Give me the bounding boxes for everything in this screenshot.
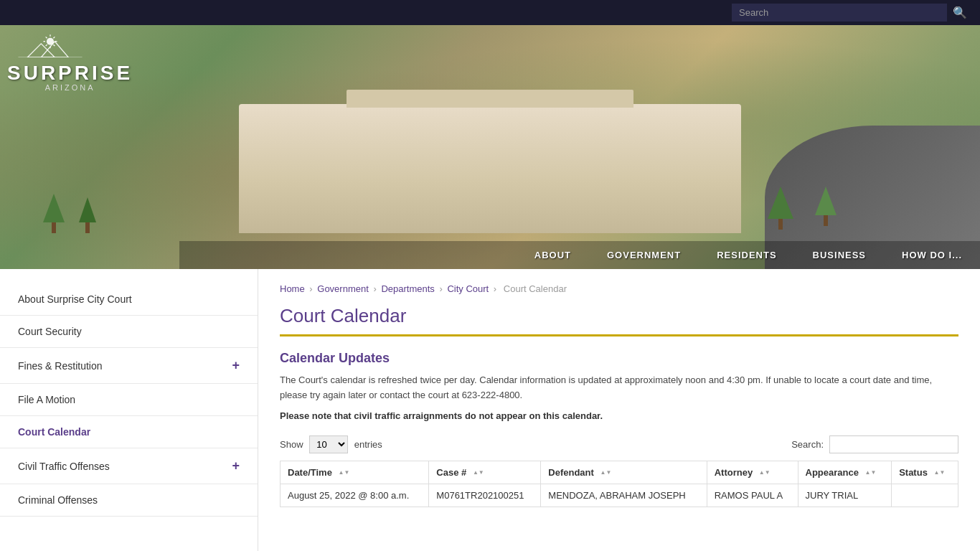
col-case: Case # ▲▼ [429, 461, 541, 484]
search-input[interactable] [732, 4, 947, 22]
tree-decoration [79, 197, 96, 233]
court-calendar-table: Date/Time ▲▼ Case # ▲▼ Defendant ▲▼ Atto… [280, 461, 958, 507]
calendar-description: The Court's calendar is refreshed twice … [280, 373, 958, 403]
breadcrumb-current: Court Calendar [504, 283, 567, 294]
table-header-row: Date/Time ▲▼ Case # ▲▼ Defendant ▲▼ Atto… [281, 461, 958, 484]
show-entries-control: Show 10 25 50 100 entries [280, 435, 382, 453]
section-title: Calendar Updates [280, 351, 958, 366]
col-status: Status ▲▼ [892, 461, 958, 484]
table-body: August 25, 2022 @ 8:00 a.m.M0761TR202100… [281, 484, 958, 507]
search-button[interactable]: 🔍 [947, 2, 973, 23]
sort-arrows[interactable]: ▲▼ [865, 470, 877, 476]
table-search-control: Search: [791, 435, 958, 453]
search-label: Search: [791, 439, 824, 450]
main-layout: About Surprise City Court Court Security… [0, 269, 980, 551]
svg-line-7 [46, 44, 47, 46]
table-row: August 25, 2022 @ 8:00 a.m.M0761TR202100… [281, 484, 958, 507]
main-nav: ABOUT GOVERNMENT RESIDENTS BUSINESS HOW … [179, 241, 980, 269]
nav-item-business[interactable]: BUSINESS [795, 241, 884, 269]
col-datetime: Date/Time ▲▼ [281, 461, 429, 484]
sidebar-item-fines[interactable]: Fines & Restitution + [0, 348, 258, 384]
breadcrumb-city-court[interactable]: City Court [447, 283, 489, 294]
tree-decoration [43, 194, 65, 233]
sidebar-item-motion[interactable]: File A Motion [0, 384, 258, 416]
table-search-input[interactable] [829, 435, 958, 453]
breadcrumb: Home › Government › Departments › City C… [280, 283, 958, 294]
svg-marker-10 [41, 42, 68, 57]
table-controls: Show 10 25 50 100 entries Search: [280, 435, 958, 453]
sidebar-item-criminal[interactable]: Criminal Offenses [0, 484, 258, 517]
tree-decoration [768, 187, 793, 230]
logo-icon [7, 32, 93, 57]
logo-city: SURPRISE [7, 63, 133, 83]
col-defendant: Defendant ▲▼ [541, 461, 707, 484]
sort-arrows[interactable]: ▲▼ [933, 470, 945, 476]
col-appearance: Appearance ▲▼ [798, 461, 892, 484]
hero-building [239, 104, 741, 233]
svg-line-6 [53, 44, 55, 46]
sidebar-item-civil[interactable]: Civil Traffic Offenses + [0, 448, 258, 484]
calendar-note: Please note that civil traffic arraignme… [280, 410, 958, 421]
nav-item-about[interactable]: ABOUT [517, 241, 589, 269]
nav-item-how-do-i[interactable]: HOW DO I... [884, 241, 980, 269]
col-attorney: Attorney ▲▼ [707, 461, 798, 484]
nav-item-government[interactable]: GOVERNMENT [589, 241, 699, 269]
svg-line-5 [46, 37, 47, 38]
sidebar-item-security[interactable]: Court Security [0, 316, 258, 348]
logo-area: SURPRISE ARIZONA [7, 32, 133, 92]
svg-line-8 [53, 37, 55, 38]
hero-banner: SURPRISE ARIZONA ABOUT GOVERNMENT RESIDE… [0, 25, 980, 269]
sidebar-item-calendar[interactable]: Court Calendar [0, 416, 258, 448]
sort-arrows[interactable]: ▲▼ [759, 470, 771, 476]
entries-select[interactable]: 10 25 50 100 [309, 435, 348, 453]
sort-arrows[interactable]: ▲▼ [339, 470, 350, 476]
tree-decoration [815, 187, 837, 226]
top-search-bar: 🔍 [0, 0, 980, 25]
logo-state: ARIZONA [7, 83, 133, 92]
breadcrumb-government[interactable]: Government [317, 283, 369, 294]
sidebar-item-about[interactable]: About Surprise City Court [0, 283, 258, 316]
expand-icon: + [232, 358, 240, 373]
sidebar: About Surprise City Court Court Security… [0, 269, 258, 551]
nav-item-residents[interactable]: RESIDENTS [699, 241, 794, 269]
breadcrumb-departments[interactable]: Departments [381, 283, 434, 294]
expand-icon: + [232, 458, 240, 474]
breadcrumb-home[interactable]: Home [280, 283, 305, 294]
page-title: Court Calendar [280, 305, 958, 336]
sort-arrows[interactable]: ▲▼ [600, 470, 612, 476]
sort-arrows[interactable]: ▲▼ [473, 470, 484, 476]
content-area: Home › Government › Departments › City C… [258, 269, 980, 551]
